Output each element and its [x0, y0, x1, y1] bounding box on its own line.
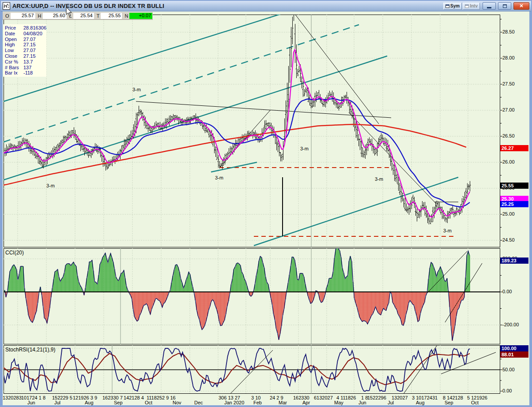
trendline-annotation: 3-m: [215, 175, 223, 180]
cci-axis-tick: 0.00: [502, 289, 512, 294]
cci-value-tag: 189.23: [500, 258, 528, 264]
maximize-icon: [503, 4, 507, 8]
trendline-annotation: 3-m: [300, 146, 309, 151]
price-axis-tick: 27.50: [502, 81, 515, 86]
main-chart-panel[interactable]: [4, 15, 500, 247]
info-box-row: Bar Ix-118: [5, 70, 45, 76]
date-axis-month: Dec: [194, 400, 203, 405]
minimize-button[interactable]: [483, 2, 496, 10]
date-axis-days: 1522296: [367, 395, 386, 400]
date-axis-month: Mar: [279, 400, 287, 405]
date-axis-month: Nov: [173, 400, 181, 405]
date-axis-month: Feb: [253, 400, 262, 405]
trendline-annotation: 3-m: [46, 183, 55, 188]
info-box-row: Open27.07: [5, 37, 45, 42]
price-tag: 25.55: [500, 183, 528, 189]
date-axis-month: Jul: [388, 400, 394, 405]
info-box-row: Price28.816306: [5, 25, 45, 31]
date-axis-month: May: [334, 400, 343, 405]
open-label: O: [5, 13, 9, 19]
info-box-row: # Bars137: [5, 65, 45, 71]
price-axis-tick: 26.00: [502, 159, 515, 164]
date-axis-month: Jun: [358, 400, 366, 405]
open-value: 25.57: [11, 13, 35, 19]
quote-bar: O 25.57 H 25.60 L 25.54 T 25.55 N +0.07: [3, 12, 153, 20]
interval-window-icon: [465, 4, 469, 8]
info-box-row: High27.15: [5, 42, 45, 48]
trade-value: 25.55: [101, 13, 122, 19]
stochrsi-panel[interactable]: [4, 345, 500, 394]
price-axis-tick: 28.50: [502, 29, 515, 34]
trade-label: T: [97, 13, 100, 19]
stoch-axis-tick: 0.00: [502, 388, 512, 393]
net-label: N: [125, 13, 128, 19]
date-axis-days: 1320283: [3, 395, 22, 400]
price-tag: 25.25: [500, 201, 528, 207]
date-axis-month: Jun: [27, 400, 35, 405]
low-value: 25.54: [73, 13, 94, 19]
mouse-cursor: [66, 7, 73, 18]
close-button[interactable]: ✕: [513, 2, 529, 10]
cci-panel[interactable]: [4, 248, 500, 344]
chart-window: O 25.57 H 25.60 L 25.54 T 25.55 N +0.07 …: [0, 0, 532, 407]
date-axis-month: Aug: [416, 400, 425, 405]
stoch-value-tag: 88.01: [500, 351, 528, 358]
symbol-window-icon: [445, 4, 449, 8]
high-label: H: [38, 13, 42, 19]
stoch-value-tag: 100.00: [500, 345, 528, 351]
date-axis-month: Oct: [145, 400, 152, 405]
date-axis-month: Jul: [54, 400, 60, 405]
date-axis-days: 142128 4: [124, 395, 144, 400]
price-axis-tick: 27.00: [502, 107, 515, 112]
cci-axis-tick: -200.00: [502, 322, 519, 327]
date-axis-month: Apr: [302, 400, 310, 405]
trendline-annotation: 3-m: [132, 87, 141, 92]
date-axis-month: Sep: [445, 400, 453, 405]
info-box-row: Close27.15: [5, 53, 45, 59]
symbol-button[interactable]: Sym: [443, 3, 462, 10]
minimize-icon: [487, 7, 491, 8]
high-value: 25.60: [43, 13, 67, 19]
date-axis-month: Oct: [471, 400, 479, 405]
window-title: ARCX:UUP,D -- INVESCO DB US DLR INDEX TR…: [12, 3, 164, 9]
stochrsi-panel-label: StochRSI(14,21(1),9): [5, 347, 55, 353]
stoch-axis-tick: 50.00: [502, 367, 515, 372]
info-box-row: Csr %13.7: [5, 59, 45, 65]
close-icon: ✕: [519, 3, 523, 9]
date-axis-days: 132027: [392, 395, 408, 400]
info-box-row: Low27.07: [5, 48, 45, 53]
title-bar[interactable]: ARCX:UUP,D -- INVESCO DB US DLR INDEX TR…: [1, 1, 531, 11]
data-window-info-box: Price28.816306Date04/08/20Open27.07High2…: [4, 24, 46, 77]
price-tag: 26.27: [500, 145, 528, 151]
app-icon: [3, 2, 10, 10]
trendline-annotation: 3-m: [443, 228, 452, 233]
maximize-button[interactable]: [498, 2, 511, 10]
cci-panel-label: CCI(20): [5, 250, 24, 256]
price-axis-tick: 25.00: [502, 211, 515, 217]
date-axis-days: 6132027: [314, 395, 333, 400]
date-axis-month: Aug: [85, 400, 94, 405]
price-axis-tick: 28.00: [502, 55, 515, 60]
price-axis-tick: 26.50: [502, 133, 515, 138]
date-axis-month: Jan 2020: [224, 400, 244, 405]
trendline-annotation: 3-m: [375, 176, 383, 182]
date-axis-month: Sep: [114, 400, 123, 405]
interval-button[interactable]: Intv: [463, 3, 480, 10]
info-box-row: Date04/08/20: [5, 31, 45, 37]
net-change-value: +0.07: [129, 13, 152, 19]
price-axis-tick: 24.50: [502, 237, 515, 243]
